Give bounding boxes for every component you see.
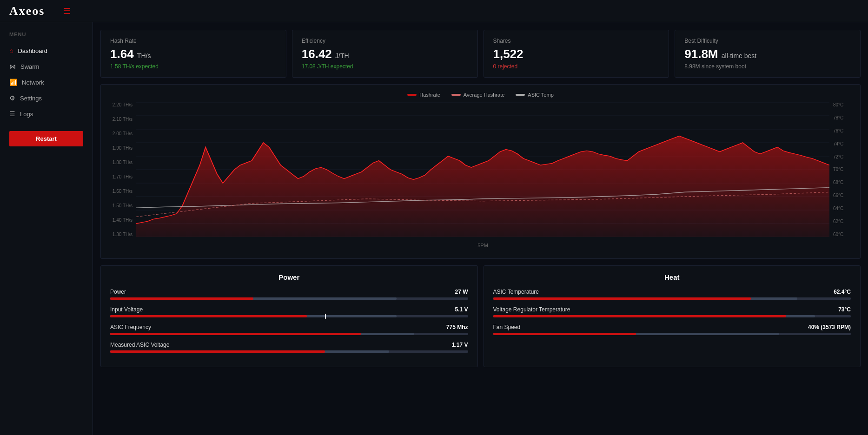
- heat-panel-title: Heat: [493, 273, 851, 281]
- sidebar-item-swarm[interactable]: ⋈Swarm: [0, 59, 93, 74]
- sidebar-item-logs[interactable]: ☰Logs: [0, 106, 93, 122]
- metric-row-power: Power 27 W: [110, 289, 468, 300]
- metric-label: Voltage Regulator Temperature: [493, 306, 570, 313]
- bottom-row: Power Power 27 W Input Voltage 5.1 V: [100, 265, 861, 367]
- logs-icon: ☰: [9, 110, 15, 118]
- metric-value: 27 W: [455, 289, 468, 295]
- stat-label-best_difficulty: Best Difficulty: [684, 38, 851, 44]
- metric-label: ASIC Frequency: [110, 324, 151, 330]
- metric-label: Measured ASIC Voltage: [110, 342, 169, 348]
- stats-row: Hash Rate 1.64 TH/s 1.58 TH/s expected E…: [100, 30, 861, 78]
- stat-card-shares: Shares 1,522 0 rejected: [484, 30, 669, 78]
- chart-y-right: 80°C78°C76°C74°C72°C70°C68°C66°C64°C62°C…: [829, 102, 853, 237]
- sidebar-item-label: Dashboard: [18, 47, 47, 54]
- stat-card-hashrate: Hash Rate 1.64 TH/s 1.58 TH/s expected: [100, 30, 286, 78]
- metric-bar-track: [110, 350, 468, 353]
- y-right-label: 80°C: [833, 102, 843, 107]
- metric-label: ASIC Temperature: [493, 289, 539, 295]
- main-layout: MENU ⌂Dashboard⋈Swarm📶Network⚙Settings☰L…: [0, 22, 868, 435]
- y-left-label: 1.70 TH/s: [113, 174, 133, 179]
- y-right-label: 64°C: [833, 206, 843, 211]
- stat-value-best_difficulty: 91.8M all-time best: [684, 47, 851, 61]
- stat-label-shares: Shares: [493, 38, 660, 44]
- topbar: Axeos ☰: [0, 0, 868, 22]
- metric-value: 40% (3573 RPM): [808, 324, 851, 330]
- metric-value: 62.4°C: [834, 289, 851, 295]
- stat-label-efficiency: Efficiency: [302, 38, 468, 44]
- metric-bar-track: [110, 297, 468, 300]
- sidebar: MENU ⌂Dashboard⋈Swarm📶Network⚙Settings☰L…: [0, 22, 93, 435]
- stat-sub-best_difficulty: 8.98M since system boot: [684, 63, 851, 70]
- main-content: Hash Rate 1.64 TH/s 1.58 TH/s expected E…: [93, 22, 868, 435]
- chart-x-labels: 5PM: [136, 240, 829, 251]
- sidebar-item-label: Swarm: [20, 63, 39, 70]
- stat-card-best_difficulty: Best Difficulty 91.8M all-time best 8.98…: [675, 30, 861, 78]
- metric-row-measured-asic-voltage: Measured ASIC Voltage 1.17 V: [110, 342, 468, 353]
- metric-row-input-voltage: Input Voltage 5.1 V: [110, 306, 468, 317]
- metric-bar-track: [493, 333, 851, 335]
- metric-row-fan-speed: Fan Speed 40% (3573 RPM): [493, 324, 851, 335]
- hamburger-icon[interactable]: ☰: [63, 6, 71, 16]
- y-right-label: 70°C: [833, 167, 843, 172]
- stat-value-hashrate: 1.64 TH/s: [110, 47, 277, 61]
- metric-bar-track: [110, 333, 468, 335]
- y-right-label: 60°C: [833, 232, 843, 237]
- sidebar-item-label: Logs: [20, 111, 33, 118]
- metric-bar-track: [110, 315, 468, 317]
- metric-value: 5.1 V: [455, 306, 468, 313]
- restart-button[interactable]: Restart: [9, 131, 83, 146]
- heat-panel: Heat ASIC Temperature 62.4°C Voltage Reg…: [484, 265, 861, 367]
- y-left-label: 1.90 TH/s: [113, 145, 133, 151]
- sidebar-item-dashboard[interactable]: ⌂Dashboard: [0, 43, 93, 59]
- y-right-label: 66°C: [833, 193, 843, 198]
- metric-label: Fan Speed: [493, 324, 521, 330]
- dashboard-icon: ⌂: [9, 47, 13, 54]
- metric-value: 1.17 V: [452, 342, 468, 348]
- legend-item-asic-temp: ASIC Temp: [516, 92, 553, 98]
- y-left-label: 2.20 TH/s: [113, 102, 133, 107]
- y-left-label: 2.00 TH/s: [113, 131, 133, 136]
- stat-label-hashrate: Hash Rate: [110, 38, 277, 44]
- stat-sub-shares: 0 rejected: [493, 63, 660, 70]
- chart-card: HashrateAverage HashrateASIC Temp 2.20 T…: [100, 84, 861, 259]
- power-panel: Power Power 27 W Input Voltage 5.1 V: [100, 265, 478, 367]
- y-left-label: 2.10 TH/s: [113, 117, 133, 122]
- stat-card-efficiency: Efficiency 16.42 J/TH 17.08 J/TH expecte…: [292, 30, 478, 78]
- chart-legend: HashrateAverage HashrateASIC Temp: [108, 92, 853, 98]
- chart-plot: [136, 102, 829, 237]
- y-right-label: 74°C: [833, 141, 843, 146]
- metric-bar-track: [493, 297, 851, 300]
- y-left-label: 1.50 TH/s: [113, 203, 133, 208]
- svg-marker-11: [136, 136, 829, 237]
- swarm-icon: ⋈: [9, 63, 16, 70]
- power-panel-title: Power: [110, 273, 468, 281]
- metric-row-asic-temperature: ASIC Temperature 62.4°C: [493, 289, 851, 300]
- y-right-label: 68°C: [833, 180, 843, 185]
- sidebar-item-label: Settings: [20, 95, 42, 102]
- metric-value: 775 Mhz: [446, 324, 468, 330]
- legend-item-average-hashrate: Average Hashrate: [451, 92, 504, 98]
- metric-bar-track: [493, 315, 851, 317]
- y-right-label: 72°C: [833, 154, 843, 159]
- y-left-label: 1.40 TH/s: [113, 218, 133, 223]
- app-logo: Axeos: [9, 4, 45, 18]
- chart-container: 2.20 TH/s2.10 TH/s2.00 TH/s1.90 TH/s1.80…: [108, 102, 853, 251]
- legend-item-hashrate: Hashrate: [407, 92, 440, 98]
- metric-row-asic-frequency: ASIC Frequency 775 Mhz: [110, 324, 468, 335]
- metric-row-voltage-regulator-temperature: Voltage Regulator Temperature 73°C: [493, 306, 851, 317]
- metric-value: 73°C: [838, 306, 851, 313]
- chart-y-left: 2.20 TH/s2.10 TH/s2.00 TH/s1.90 TH/s1.80…: [108, 102, 136, 237]
- y-right-label: 78°C: [833, 115, 843, 120]
- network-icon: 📶: [9, 79, 17, 86]
- y-left-label: 1.60 TH/s: [113, 189, 133, 194]
- stat-sub-hashrate: 1.58 TH/s expected: [110, 63, 277, 70]
- sidebar-item-label: Network: [22, 79, 44, 86]
- metric-label: Input Voltage: [110, 306, 143, 313]
- sidebar-item-settings[interactable]: ⚙Settings: [0, 90, 93, 106]
- menu-label: MENU: [0, 32, 93, 43]
- chart-x-label-5pm: 5PM: [477, 243, 488, 248]
- stat-value-shares: 1,522: [493, 47, 660, 61]
- metric-label: Power: [110, 289, 126, 295]
- y-left-label: 1.80 TH/s: [113, 160, 133, 165]
- sidebar-item-network[interactable]: 📶Network: [0, 74, 93, 90]
